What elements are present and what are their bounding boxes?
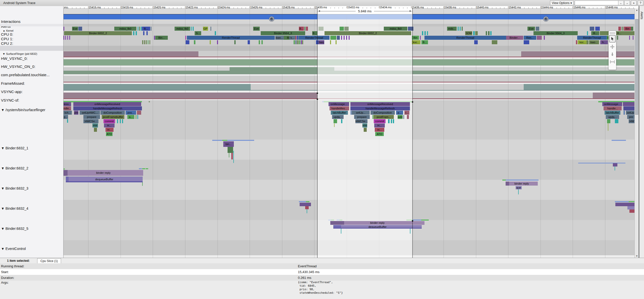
trace-slice[interactable] (615, 119, 618, 123)
trace-slice[interactable]: handle... (604, 106, 622, 110)
track-label-binder-6832-4[interactable]: ▼ Binder:6832_4 (1, 206, 28, 210)
search-input[interactable] (575, 1, 619, 5)
trace-slice[interactable]: onMessageReceived (350, 102, 410, 106)
trace-slice[interactable] (229, 153, 229, 157)
trace-slice[interactable] (349, 36, 350, 40)
trace-slice[interactable]: GP (203, 27, 208, 31)
trace-slice[interactable]: RenderThread (299, 36, 330, 40)
trace-slice[interactable]: B... (421, 40, 428, 44)
trace-slice[interactable] (410, 229, 410, 234)
trace-slice[interactable]: Bin (624, 27, 631, 31)
trace-slice[interactable] (623, 106, 635, 110)
trace-slice[interactable] (344, 36, 345, 40)
trace-slice[interactable]: Binder:6832_2 (64, 31, 132, 35)
trace-slice[interactable] (334, 119, 337, 123)
trace-slice[interactable] (607, 119, 610, 123)
trace-slice[interactable] (233, 151, 234, 163)
trace-slice[interactable] (137, 111, 141, 115)
trace-slice[interactable] (336, 40, 337, 44)
trace-slice[interactable] (301, 40, 302, 44)
trace-slice[interactable] (341, 229, 341, 234)
trace-slice[interactable] (337, 36, 340, 40)
trace-slice[interactable]: H... (105, 128, 114, 132)
trace-slice[interactable]: que (516, 186, 522, 189)
cpu-slice-tab[interactable]: Cpu Slice (1) (37, 258, 61, 264)
trace-slice[interactable]: Binder:9564_3 (261, 31, 305, 35)
more-button[interactable]: » (631, 1, 636, 5)
trace-slice[interactable] (65, 36, 66, 40)
trace-slice[interactable] (490, 31, 492, 35)
trace-slice[interactable]: p... (64, 115, 68, 119)
trace-slice[interactable] (330, 36, 336, 40)
trace-slice[interactable]: h... (600, 40, 608, 44)
trace-slice[interactable]: doComposition (100, 111, 125, 115)
trace-slice[interactable] (139, 27, 140, 31)
trace-slice[interactable] (536, 27, 539, 31)
scroll-down-icon[interactable]: ▼ (636, 255, 638, 257)
trace-slice[interactable]: ndle... (64, 106, 71, 110)
trace-slice[interactable]: postFram... (373, 115, 394, 119)
trace-slice[interactable] (624, 111, 625, 115)
trace-slice[interactable]: onMessage... (602, 102, 622, 106)
trace-slice[interactable] (120, 119, 121, 123)
trace-slice[interactable] (248, 40, 250, 44)
trace-slice[interactable]: ksc... (412, 40, 420, 44)
trace-slice[interactable] (142, 40, 143, 44)
trace-slice[interactable] (586, 40, 588, 44)
trace-slice[interactable]: commit (374, 119, 386, 123)
track-label-kernel[interactable]: ► Kernel (3, 29, 14, 32)
trace-slice[interactable] (330, 221, 344, 225)
trace-slice[interactable]: B... (142, 27, 150, 31)
selection-start-line[interactable] (317, 8, 317, 258)
trace-slice[interactable] (137, 115, 138, 119)
trace-slice[interactable] (146, 31, 148, 35)
trace-slice[interactable] (492, 40, 497, 44)
trace-slice[interactable] (146, 40, 147, 44)
trace-slice[interactable] (458, 27, 459, 31)
trace-slice[interactable] (185, 36, 186, 40)
trace-slice[interactable] (488, 31, 490, 35)
trace-slice[interactable]: B... (591, 31, 599, 35)
trace-slice[interactable] (138, 27, 138, 31)
track-label-binder-6832-2[interactable]: ▼ Binder:6832_2 (1, 166, 28, 170)
alerts-side-tab[interactable]: Alerts (639, 6, 644, 258)
trace-slice[interactable]: handleMes... (330, 106, 349, 110)
trace-slice[interactable] (136, 31, 137, 35)
trace-slice[interactable] (595, 27, 600, 31)
trace-slice[interactable] (537, 36, 542, 40)
trace-slice[interactable] (403, 115, 404, 119)
trace-slice[interactable]: doComposition (370, 111, 395, 115)
trace-slice[interactable]: commit (103, 119, 115, 123)
trace-slice[interactable]: HW (362, 123, 367, 127)
trace-slice[interactable]: prepare (354, 115, 370, 119)
trace-slice[interactable] (78, 27, 82, 31)
trace-slice[interactable] (475, 31, 478, 35)
trace-slice[interactable] (261, 40, 263, 44)
trace-slice[interactable]: binder reply (330, 221, 424, 225)
trace-slice[interactable]: HWCSe... (355, 119, 367, 123)
trace-slice[interactable] (340, 27, 344, 31)
trace-slice[interactable] (133, 31, 134, 35)
trace-slice[interactable]: H... (374, 123, 385, 127)
trace-slice[interactable]: Ren... (524, 36, 536, 40)
trace-slice[interactable] (193, 27, 194, 31)
trace-slice[interactable]: RenderThread (187, 36, 275, 40)
trace-slice[interactable] (334, 123, 335, 127)
trace-slice[interactable] (341, 119, 342, 123)
trace-slice[interactable]: less... (64, 102, 71, 106)
trace-slice[interactable]: HWCSe... (83, 119, 98, 123)
palette-drag-handle[interactable] (610, 32, 615, 34)
track-label-binder-6832-3[interactable]: ▼ Binder:6832_3 (1, 186, 28, 190)
trace-slice[interactable]: a... (127, 115, 134, 119)
trace-slice[interactable]: kwo... (275, 36, 284, 40)
trace-slice[interactable]: SDM (465, 31, 472, 35)
trace-slice[interactable]: mdss_fb0 (384, 27, 407, 31)
trace-slice[interactable]: Binder... (506, 36, 523, 40)
scroll-up-icon[interactable]: ▲ (636, 9, 638, 11)
trace-slice[interactable] (474, 40, 478, 44)
trace-slice[interactable] (391, 119, 392, 123)
trace-slice[interactable]: HW (92, 123, 98, 127)
trace-slice[interactable] (294, 40, 295, 44)
trace-slice[interactable] (341, 36, 342, 40)
track-label-binder-6832-5[interactable]: ▼ Binder:6832_5 (1, 227, 28, 231)
